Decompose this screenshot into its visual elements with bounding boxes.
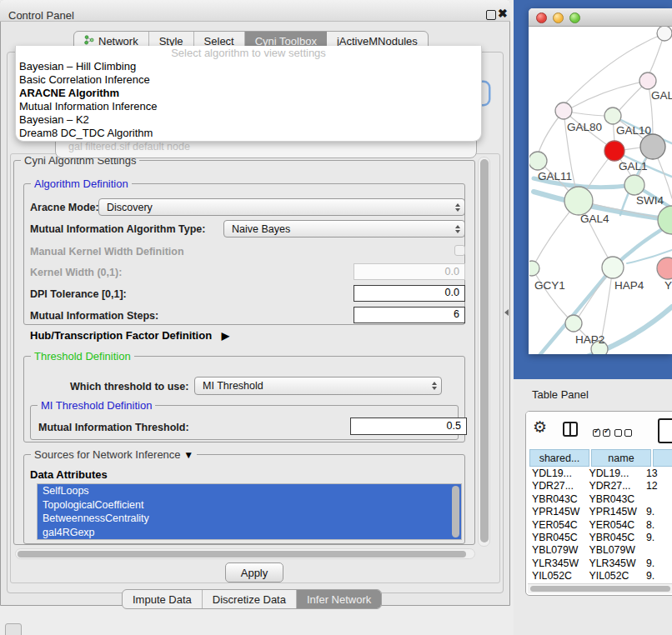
attribute-item[interactable]: TopologicalCoefficient	[38, 498, 461, 512]
attributes-scrollbar[interactable]	[452, 486, 459, 538]
column-header[interactable]	[653, 449, 672, 467]
dropdown-item[interactable]: Basic Correlation Inference	[16, 73, 481, 87]
table-header-row: shared...name	[529, 449, 672, 467]
table-cell: YIL052C	[587, 570, 644, 582]
export-table-icon[interactable]	[658, 418, 672, 443]
network-node[interactable]	[624, 175, 644, 195]
node-label: GAL80	[567, 121, 602, 133]
dropdown-item[interactable]: Dream8 DC_TDC Algorithm	[16, 127, 481, 140]
column-header[interactable]: name	[591, 449, 651, 467]
network-canvas[interactable]: GALGAL80GAL10GAL1GAL11SWI4GAL4GCY1HAP4YH…	[529, 27, 672, 354]
table-toolbar: ⚙	[526, 412, 672, 449]
dpi-tolerance-field[interactable]: 0.0	[354, 285, 465, 302]
float-panel-icon[interactable]	[486, 10, 496, 20]
network-node[interactable]	[604, 141, 624, 161]
dropdown-item[interactable]: Mutual Information Inference	[16, 100, 481, 113]
aracne-mode-label: Aracne Mode:	[30, 202, 99, 213]
aracne-mode-value: Discovery	[99, 202, 451, 213]
kernel-width-field[interactable]: 0.0	[354, 263, 465, 280]
deselect-all-checks-icon[interactable]	[614, 425, 634, 440]
mi-type-combo[interactable]: Naive Bayes	[223, 220, 465, 238]
table-cell: YER054C	[587, 519, 644, 532]
minimize-window-icon[interactable]	[553, 12, 564, 23]
close-window-icon[interactable]	[536, 12, 547, 23]
column-header[interactable]: shared...	[529, 449, 589, 467]
dpi-tolerance-label: DPI Tolerance [0,1]:	[30, 288, 127, 300]
network-node[interactable]	[602, 257, 624, 278]
which-threshold-label: Which threshold to use:	[70, 381, 188, 392]
table-cell	[644, 544, 672, 557]
data-attributes-list[interactable]: SelfLoopsTopologicalCoefficientBetweenne…	[37, 483, 462, 540]
mi-threshold-group-title: MI Threshold Definition	[38, 399, 155, 412]
table-row[interactable]: YPR145WYPR145W9.	[529, 506, 672, 518]
apply-button[interactable]: Apply	[225, 562, 283, 582]
expander-right-icon: ▶	[222, 330, 229, 342]
network-node[interactable]	[657, 258, 672, 279]
table-row[interactable]: YLR345WYLR345W9.	[529, 558, 672, 570]
network-window-titlebar[interactable]	[529, 8, 672, 27]
tab-label: Infer Network	[307, 593, 371, 606]
splitpane-collapse-icon[interactable]	[504, 309, 509, 316]
data-attributes-label: Data Attributes	[30, 468, 108, 481]
combo-arrows-icon	[428, 382, 441, 390]
node-label: GAL11	[538, 170, 572, 182]
table-cell: 9.	[644, 506, 672, 518]
node-label: SWI4	[636, 194, 664, 207]
attribute-item[interactable]: gal4RGexp	[38, 526, 461, 540]
table-cell: YBL079W	[587, 544, 644, 557]
network-node[interactable]	[529, 261, 539, 276]
attribute-item[interactable]: BetweennessCentrality	[38, 512, 461, 526]
network-node[interactable]	[529, 152, 547, 170]
table-row[interactable]: YER054CYER054C8.	[529, 519, 672, 532]
network-node[interactable]	[564, 187, 593, 215]
attribute-item[interactable]: SelfLoops	[38, 484, 461, 498]
columns-icon[interactable]	[563, 422, 578, 437]
dropdown-item[interactable]: Bayesian – K2	[16, 113, 481, 127]
table-cell: YER054C	[529, 519, 587, 532]
network-node[interactable]	[640, 134, 665, 159]
hub-definition-expander[interactable]: Hub/Transcription Factor Definition ▶	[30, 329, 229, 342]
table-cell: YBR043C	[529, 493, 587, 506]
sources-group-title[interactable]: Sources for Network Inference ▼	[31, 448, 197, 461]
mi-threshold-field[interactable]: 0.5	[350, 418, 467, 435]
close-panel-icon[interactable]: ✖	[498, 7, 508, 20]
bottom-tab-discretize-data[interactable]: Discretize Data	[203, 590, 297, 608]
bottom-tab-impute-data[interactable]: Impute Data	[123, 590, 203, 608]
network-node[interactable]	[657, 27, 672, 41]
zoom-window-icon[interactable]	[569, 12, 580, 23]
which-threshold-combo[interactable]: MI Threshold	[194, 377, 442, 395]
gear-icon[interactable]: ⚙	[533, 419, 547, 435]
manual-kernel-checkbox[interactable]	[454, 245, 465, 256]
table-row[interactable]: YBR045CYBR045C9.	[529, 532, 672, 544]
tab-label: Discretize Data	[213, 593, 286, 606]
dropdown-item[interactable]: ARACNE Algorithm	[16, 87, 481, 100]
aracne-mode-combo[interactable]: Discovery	[98, 198, 465, 216]
settings-horizontal-scrollbar[interactable]	[15, 548, 475, 559]
settings-vertical-scrollbar[interactable]	[478, 157, 490, 547]
node-label: Y	[664, 279, 672, 292]
table-row[interactable]: YDL19...YDL19...13	[529, 468, 672, 480]
network-node[interactable]	[565, 315, 582, 332]
network-edge[interactable]	[532, 268, 568, 318]
table-cell: 12	[644, 480, 672, 492]
bottom-tab-infer-network[interactable]: Infer Network	[297, 590, 381, 608]
table-horizontal-scrollbar[interactable]	[528, 583, 672, 593]
minimized-panel-icon[interactable]	[5, 623, 22, 635]
network-node[interactable]	[604, 108, 621, 124]
mi-steps-field[interactable]: 6	[354, 307, 465, 323]
node-label: HAP2	[575, 333, 604, 346]
table-row[interactable]: YIL052CYIL052C9.	[529, 570, 672, 582]
table-cell: YPR145W	[529, 506, 587, 518]
select-all-checks-icon[interactable]	[593, 425, 613, 440]
table-row[interactable]: YBR043CYBR043C	[529, 493, 672, 506]
table-cell: YDR27...	[529, 480, 587, 492]
network-edge[interactable]	[572, 81, 648, 108]
network-node[interactable]	[639, 72, 656, 89]
mi-type-label: Mutual Information Algorithm Type:	[30, 223, 205, 235]
network-selector-value: gal filtered.sif default node	[68, 141, 190, 152]
node-label: GCY1	[534, 279, 565, 292]
table-row[interactable]: YBL079WYBL079W	[529, 544, 672, 557]
network-node[interactable]	[555, 102, 572, 119]
table-row[interactable]: YDR27...YDR27...12	[529, 480, 672, 492]
dropdown-item[interactable]: Bayesian – Hill Climbing	[16, 60, 481, 73]
